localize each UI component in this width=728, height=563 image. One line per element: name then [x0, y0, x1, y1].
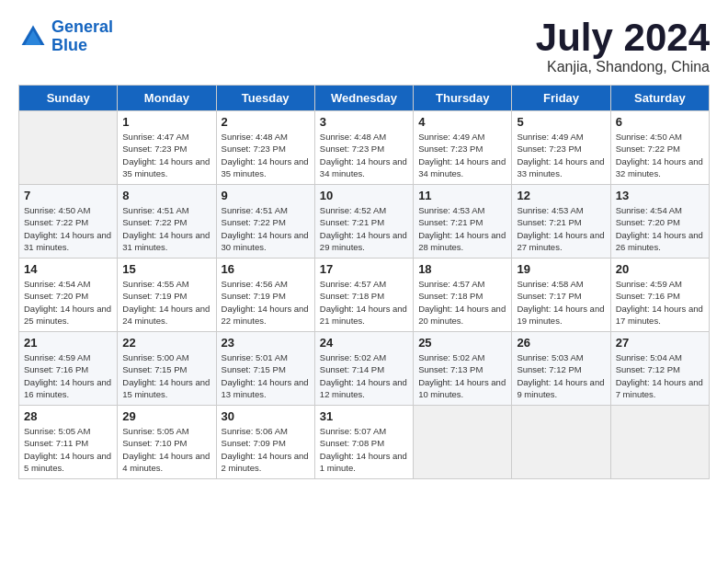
day-header-thursday: Thursday [414, 86, 512, 111]
day-number: 31 [320, 409, 408, 423]
week-row-4: 21Sunrise: 4:59 AMSunset: 7:16 PMDayligh… [19, 332, 710, 406]
calendar-cell: 29Sunrise: 5:05 AMSunset: 7:10 PMDayligh… [118, 406, 216, 479]
calendar-cell: 19Sunrise: 4:58 AMSunset: 7:17 PMDayligh… [512, 259, 610, 332]
week-row-5: 28Sunrise: 5:05 AMSunset: 7:11 PMDayligh… [19, 406, 710, 479]
calendar-cell [512, 406, 610, 479]
day-info: Sunrise: 4:58 AMSunset: 7:17 PMDaylight:… [517, 278, 605, 327]
day-info: Sunrise: 5:03 AMSunset: 7:12 PMDaylight:… [517, 351, 605, 400]
calendar-cell: 10Sunrise: 4:52 AMSunset: 7:21 PMDayligh… [314, 185, 413, 259]
calendar-cell [610, 406, 709, 479]
logo-text: General Blue [51, 18, 113, 55]
week-row-3: 14Sunrise: 4:54 AMSunset: 7:20 PMDayligh… [19, 259, 710, 332]
day-number: 5 [517, 115, 605, 129]
calendar-cell: 9Sunrise: 4:51 AMSunset: 7:22 PMDaylight… [216, 185, 314, 259]
day-info: Sunrise: 5:00 AMSunset: 7:15 PMDaylight:… [122, 351, 210, 400]
day-number: 29 [122, 409, 210, 423]
title-block: July 2024 Kanjia, Shandong, China [536, 18, 710, 75]
day-number: 21 [24, 336, 112, 350]
calendar-cell: 16Sunrise: 4:56 AMSunset: 7:19 PMDayligh… [216, 259, 314, 332]
day-info: Sunrise: 4:54 AMSunset: 7:20 PMDaylight:… [616, 204, 704, 253]
calendar-cell: 4Sunrise: 4:49 AMSunset: 7:23 PMDaylight… [414, 111, 512, 185]
calendar-cell: 27Sunrise: 5:04 AMSunset: 7:12 PMDayligh… [610, 332, 709, 406]
page-header: General Blue July 2024 Kanjia, Shandong,… [18, 18, 710, 75]
day-number: 22 [122, 336, 210, 350]
calendar-cell: 28Sunrise: 5:05 AMSunset: 7:11 PMDayligh… [19, 406, 118, 479]
day-info: Sunrise: 4:52 AMSunset: 7:21 PMDaylight:… [320, 204, 408, 253]
calendar-cell: 20Sunrise: 4:59 AMSunset: 7:16 PMDayligh… [610, 259, 709, 332]
calendar-cell [414, 406, 512, 479]
day-number: 19 [517, 262, 605, 276]
logo-line2: Blue [51, 36, 87, 54]
day-header-sunday: Sunday [19, 86, 118, 111]
day-info: Sunrise: 5:06 AMSunset: 7:09 PMDaylight:… [222, 425, 310, 474]
calendar-cell: 26Sunrise: 5:03 AMSunset: 7:12 PMDayligh… [512, 332, 610, 406]
calendar-cell: 23Sunrise: 5:01 AMSunset: 7:15 PMDayligh… [216, 332, 314, 406]
day-number: 24 [320, 336, 408, 350]
calendar-cell: 11Sunrise: 4:53 AMSunset: 7:21 PMDayligh… [414, 185, 512, 259]
day-info: Sunrise: 5:02 AMSunset: 7:14 PMDaylight:… [320, 351, 408, 400]
day-number: 17 [320, 262, 408, 276]
day-number: 4 [418, 115, 506, 129]
calendar-cell: 25Sunrise: 5:02 AMSunset: 7:13 PMDayligh… [414, 332, 512, 406]
calendar-cell: 3Sunrise: 4:48 AMSunset: 7:23 PMDaylight… [314, 111, 413, 185]
day-number: 20 [616, 262, 704, 276]
day-info: Sunrise: 4:47 AMSunset: 7:23 PMDaylight:… [122, 131, 210, 179]
calendar-cell: 31Sunrise: 5:07 AMSunset: 7:08 PMDayligh… [314, 406, 413, 479]
day-header-monday: Monday [118, 86, 216, 111]
calendar-cell: 15Sunrise: 4:55 AMSunset: 7:19 PMDayligh… [118, 259, 216, 332]
day-number: 26 [517, 336, 605, 350]
location-subtitle: Kanjia, Shandong, China [536, 59, 710, 75]
day-header-friday: Friday [512, 86, 610, 111]
day-header-wednesday: Wednesday [314, 86, 413, 111]
day-info: Sunrise: 4:50 AMSunset: 7:22 PMDaylight:… [24, 204, 112, 253]
day-info: Sunrise: 5:05 AMSunset: 7:10 PMDaylight:… [122, 425, 210, 474]
day-info: Sunrise: 4:50 AMSunset: 7:22 PMDaylight:… [616, 131, 704, 179]
calendar-cell [19, 111, 118, 185]
day-info: Sunrise: 4:59 AMSunset: 7:16 PMDaylight:… [616, 278, 704, 327]
calendar-cell: 12Sunrise: 4:53 AMSunset: 7:21 PMDayligh… [512, 185, 610, 259]
day-number: 28 [24, 409, 112, 423]
calendar-cell: 30Sunrise: 5:06 AMSunset: 7:09 PMDayligh… [216, 406, 314, 479]
day-number: 12 [517, 189, 605, 202]
day-number: 3 [320, 115, 408, 129]
day-info: Sunrise: 5:01 AMSunset: 7:15 PMDaylight:… [222, 351, 310, 400]
logo-icon [18, 22, 48, 52]
calendar-cell: 21Sunrise: 4:59 AMSunset: 7:16 PMDayligh… [19, 332, 118, 406]
calendar-cell: 17Sunrise: 4:57 AMSunset: 7:18 PMDayligh… [314, 259, 413, 332]
week-row-1: 1Sunrise: 4:47 AMSunset: 7:23 PMDaylight… [19, 111, 710, 185]
calendar-cell: 13Sunrise: 4:54 AMSunset: 7:20 PMDayligh… [610, 185, 709, 259]
logo-line1: General [51, 17, 113, 36]
day-info: Sunrise: 4:53 AMSunset: 7:21 PMDaylight:… [418, 204, 506, 253]
logo: General Blue [18, 18, 113, 55]
day-number: 11 [418, 189, 506, 202]
day-info: Sunrise: 4:55 AMSunset: 7:19 PMDaylight:… [122, 278, 210, 327]
calendar-cell: 8Sunrise: 4:51 AMSunset: 7:22 PMDaylight… [118, 185, 216, 259]
day-number: 30 [222, 409, 310, 423]
calendar-cell: 1Sunrise: 4:47 AMSunset: 7:23 PMDaylight… [118, 111, 216, 185]
day-number: 15 [122, 262, 210, 276]
day-number: 18 [418, 262, 506, 276]
day-info: Sunrise: 4:53 AMSunset: 7:21 PMDaylight:… [517, 204, 605, 253]
day-number: 27 [616, 336, 704, 350]
calendar-cell: 5Sunrise: 4:49 AMSunset: 7:23 PMDaylight… [512, 111, 610, 185]
day-info: Sunrise: 4:57 AMSunset: 7:18 PMDaylight:… [320, 278, 408, 327]
day-number: 23 [222, 336, 310, 350]
week-row-2: 7Sunrise: 4:50 AMSunset: 7:22 PMDaylight… [19, 185, 710, 259]
day-number: 14 [24, 262, 112, 276]
day-info: Sunrise: 4:49 AMSunset: 7:23 PMDaylight:… [418, 131, 506, 179]
day-number: 6 [616, 115, 704, 129]
day-number: 2 [222, 115, 310, 129]
day-number: 25 [418, 336, 506, 350]
calendar-cell: 22Sunrise: 5:00 AMSunset: 7:15 PMDayligh… [118, 332, 216, 406]
calendar-cell: 6Sunrise: 4:50 AMSunset: 7:22 PMDaylight… [610, 111, 709, 185]
day-info: Sunrise: 4:48 AMSunset: 7:23 PMDaylight:… [222, 131, 310, 179]
day-info: Sunrise: 4:48 AMSunset: 7:23 PMDaylight:… [320, 131, 408, 179]
calendar-table: SundayMondayTuesdayWednesdayThursdayFrid… [18, 85, 710, 479]
day-info: Sunrise: 4:51 AMSunset: 7:22 PMDaylight:… [222, 204, 310, 253]
day-info: Sunrise: 4:56 AMSunset: 7:19 PMDaylight:… [222, 278, 310, 327]
day-header-saturday: Saturday [610, 86, 709, 111]
calendar-cell: 24Sunrise: 5:02 AMSunset: 7:14 PMDayligh… [314, 332, 413, 406]
calendar-cell: 18Sunrise: 4:57 AMSunset: 7:18 PMDayligh… [414, 259, 512, 332]
calendar-cell: 7Sunrise: 4:50 AMSunset: 7:22 PMDaylight… [19, 185, 118, 259]
day-number: 1 [122, 115, 210, 129]
